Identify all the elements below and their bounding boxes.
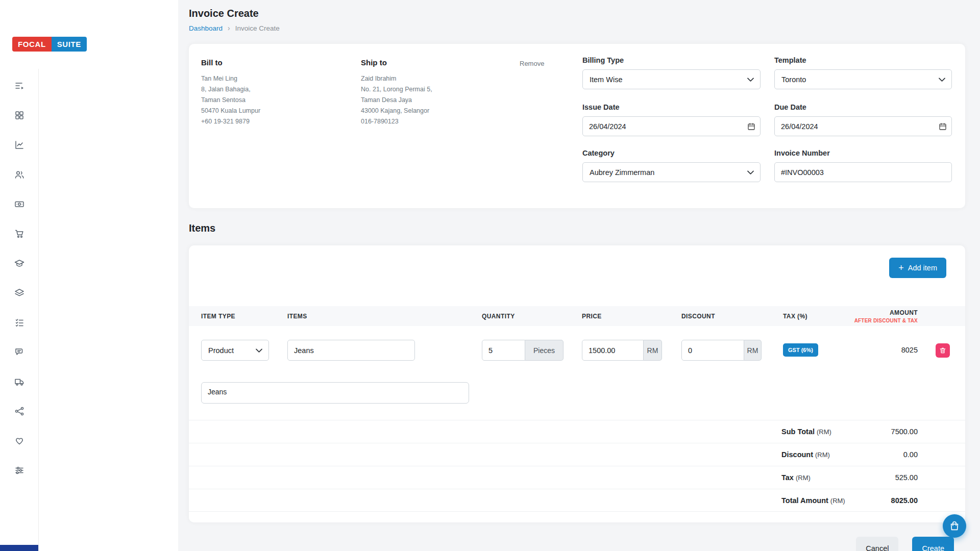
- sidebar-item-finance[interactable]: [14, 199, 24, 209]
- sidebar-item-health[interactable]: [14, 436, 24, 446]
- bill-to-heading: Bill to: [201, 58, 260, 67]
- chevron-down-icon: [939, 78, 945, 82]
- analytics-icon: [14, 140, 24, 150]
- apps-grid-icon: [14, 110, 24, 120]
- due-date-input[interactable]: [774, 116, 952, 136]
- sidebar-item-messenger[interactable]: [14, 347, 24, 357]
- sidebar-item-users[interactable]: [14, 169, 24, 180]
- calendar-icon[interactable]: [747, 122, 755, 131]
- chevron-down-icon: [747, 78, 754, 82]
- add-item-row: + Add item: [189, 245, 965, 278]
- billing-type-value: Item Wise: [590, 76, 622, 84]
- plus-icon: +: [898, 263, 904, 272]
- playlist-icon: [14, 81, 24, 91]
- sliders-icon: [14, 465, 24, 475]
- breadcrumb-dashboard-link[interactable]: Dashboard: [189, 24, 223, 33]
- subtotal-value: 7500.00: [891, 428, 918, 436]
- checklist-icon: [14, 317, 24, 328]
- col-amount: AMOUNT AFTER DISCOUNT & TAX: [878, 309, 933, 323]
- billing-type-select[interactable]: Item Wise: [582, 69, 761, 89]
- items-table-header: ITEM TYPE ITEMS QUANTITY PRICE DISCOUNT …: [189, 306, 965, 326]
- cancel-button[interactable]: Cancel: [856, 537, 898, 551]
- brand-focal: FOCAL: [12, 37, 52, 52]
- floating-cart-button[interactable]: [943, 514, 966, 538]
- col-items: ITEMS: [287, 313, 482, 320]
- subtotal-unit: (RM): [817, 428, 831, 436]
- issue-date-label: Issue Date: [582, 103, 761, 111]
- users-icon: [14, 169, 24, 180]
- due-date-label: Due Date: [774, 103, 952, 111]
- bill-to-block: Bill to Tan Mei Ling 8, Jalan Bahagia, T…: [201, 58, 260, 127]
- total-label: Total Amount: [781, 496, 828, 505]
- sidebar-item-apps[interactable]: [14, 110, 24, 120]
- ship-to-name: Zaid Ibrahim: [361, 73, 432, 84]
- ship-to-block: Ship to Zaid Ibrahim No. 21, Lorong Perm…: [361, 58, 432, 127]
- quantity-input[interactable]: [482, 340, 525, 361]
- sidebar-item-fleet[interactable]: [14, 377, 24, 387]
- category-label: Category: [582, 149, 761, 157]
- col-discount: DISCOUNT: [681, 313, 783, 320]
- money-icon: [14, 199, 24, 209]
- template-field: Template Toronto: [774, 56, 952, 89]
- calendar-icon[interactable]: [939, 122, 947, 131]
- bill-to-address-line: Taman Sentosa: [201, 95, 260, 106]
- heart-icon: [14, 436, 24, 446]
- discount-value: 0.00: [903, 450, 918, 459]
- discount-unit: (RM): [815, 451, 830, 459]
- total-value: 8025.00: [891, 496, 918, 505]
- truck-icon: [14, 377, 24, 387]
- remove-button[interactable]: Remove: [520, 60, 544, 67]
- item-name-input[interactable]: [287, 340, 415, 361]
- sidebar-rail: [0, 69, 39, 551]
- sidebar-item-tasks[interactable]: [14, 317, 24, 328]
- sidebar-item-network[interactable]: [14, 406, 24, 416]
- subtotal-label: Sub Total: [781, 428, 815, 436]
- col-quantity: QUANTITY: [482, 313, 582, 320]
- chat-icon: [14, 347, 24, 357]
- issue-date-input[interactable]: [582, 116, 761, 136]
- item-type-select[interactable]: Product: [201, 340, 269, 361]
- summary-row-total: Total Amount(RM) 8025.00: [189, 489, 965, 512]
- discount-group: RM: [681, 340, 783, 361]
- sidebar-item-playlist[interactable]: [14, 81, 24, 91]
- cart-icon: [14, 229, 24, 239]
- tax-badge[interactable]: GST (6%): [783, 343, 818, 357]
- template-label: Template: [774, 56, 952, 64]
- invoice-number-field: Invoice Number: [774, 149, 952, 182]
- page-title: Invoice Create: [189, 7, 965, 19]
- add-item-button[interactable]: + Add item: [889, 258, 946, 278]
- summary-row-subtotal: Sub Total(RM) 7500.00: [189, 420, 965, 443]
- main-content: Invoice Create Dashboard › Invoice Creat…: [178, 0, 980, 551]
- invoice-details-card: Bill to Tan Mei Ling 8, Jalan Bahagia, T…: [189, 44, 965, 208]
- delete-item-button[interactable]: [936, 343, 950, 358]
- summary-row-tax: Tax(RM) 525.00: [189, 466, 965, 489]
- form-actions: Cancel Create: [189, 522, 965, 551]
- invoice-number-input[interactable]: [774, 162, 952, 182]
- total-unit: (RM): [830, 497, 845, 505]
- sidebar-item-analytics[interactable]: [14, 140, 24, 150]
- price-group: RM: [582, 340, 681, 361]
- sidebar-item-settings[interactable]: [14, 465, 24, 475]
- discount-input[interactable]: [681, 340, 744, 361]
- sidebar-item-education[interactable]: [14, 258, 24, 268]
- shopping-bag-icon: [949, 520, 960, 532]
- category-select[interactable]: Aubrey Zimmerman: [582, 162, 761, 182]
- create-button[interactable]: Create: [912, 537, 954, 551]
- discount-currency: RM: [744, 340, 762, 361]
- billing-type-label: Billing Type: [582, 56, 761, 64]
- sidebar: FOCAL SUITE: [0, 0, 178, 551]
- summary-section: Sub Total(RM) 7500.00 Discount(RM) 0.00 …: [189, 420, 965, 512]
- ship-to-heading: Ship to: [361, 58, 432, 67]
- chevron-down-icon: [256, 348, 262, 353]
- bill-to-address-line: 8, Jalan Bahagia,: [201, 84, 260, 95]
- quantity-unit: Pieces: [525, 340, 564, 361]
- template-select[interactable]: Toronto: [774, 69, 952, 89]
- sidebar-item-pos[interactable]: [14, 229, 24, 239]
- col-amount-note: AFTER DISCOUNT & TAX: [854, 318, 918, 323]
- price-input[interactable]: [582, 340, 644, 361]
- items-card: + Add item ITEM TYPE ITEMS QUANTITY PRIC…: [189, 245, 965, 522]
- item-description-textarea[interactable]: Jeans: [201, 382, 469, 404]
- sidebar-item-layers[interactable]: [14, 288, 24, 298]
- billing-type-field: Billing Type Item Wise: [582, 56, 761, 89]
- item-row: Product Pieces RM RM: [189, 340, 965, 361]
